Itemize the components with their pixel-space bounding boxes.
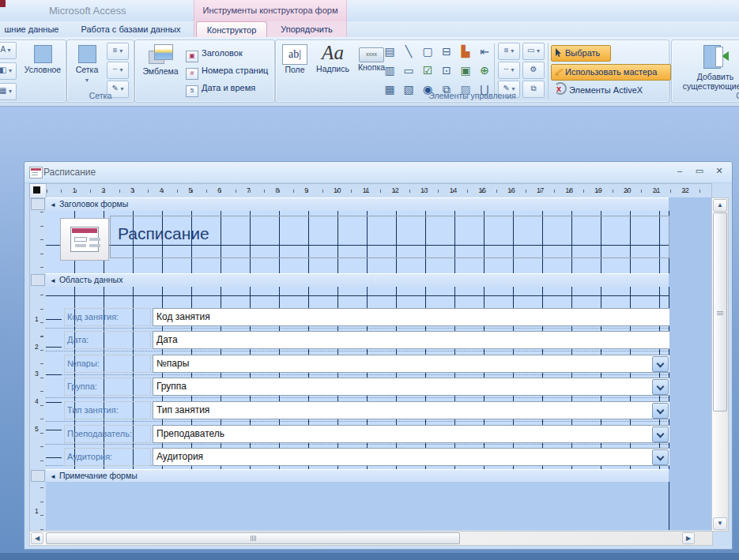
- fill-color-button[interactable]: ◧ ▾: [0, 62, 17, 80]
- text-box-control[interactable]: Код занятия: [153, 308, 672, 326]
- combo-dropdown-button[interactable]: [652, 356, 669, 372]
- field-label[interactable]: Тип занятия:: [64, 401, 151, 419]
- add-existing-fields-button[interactable]: Добавить существующие п: [678, 42, 739, 91]
- minimize-button[interactable]: –: [671, 165, 688, 179]
- ruler-number: 20: [624, 186, 631, 194]
- form-footer-area[interactable]: [46, 482, 669, 530]
- form-header-section-bar[interactable]: ◄Заголовок формы: [46, 197, 669, 212]
- set-defaults-button[interactable]: ⚙: [522, 62, 545, 79]
- logo-button[interactable]: Эмблема: [138, 42, 183, 76]
- text-box-control[interactable]: Дата: [153, 331, 672, 349]
- form-selector-button[interactable]: [29, 183, 47, 198]
- textbox-control-button[interactable]: ab| Поле: [279, 42, 311, 74]
- label-control-button[interactable]: Aa Надпись: [312, 42, 353, 73]
- form-title-label[interactable]: Расписание: [118, 224, 209, 243]
- field-label[interactable]: Группа:: [64, 378, 151, 396]
- ruler-number: 4: [35, 397, 39, 405]
- add-fields-icon: [702, 43, 729, 70]
- use-wizards-button[interactable]: ✳Использовать мастера: [551, 64, 671, 81]
- combo-box-control[interactable]: Аудитория: [153, 448, 672, 466]
- combo-dropdown-button[interactable]: [652, 449, 669, 465]
- combo-box-control[interactable]: Тип занятия: [153, 401, 672, 419]
- special-effect-button[interactable]: ▭ ▾: [522, 43, 545, 60]
- document-window-titlebar[interactable]: Расписание – ▭ ✕: [25, 162, 732, 183]
- combo-dropdown-button[interactable]: [652, 427, 669, 442]
- list-box-icon[interactable]: ▥: [382, 62, 398, 78]
- combo-box-control[interactable]: №пары: [153, 355, 672, 373]
- detail-section-bar[interactable]: ◄Область данных: [46, 273, 669, 288]
- field-label[interactable]: Преподаватель:: [64, 425, 151, 443]
- line-thickness-button[interactable]: ≡ ▾: [498, 43, 520, 60]
- bound-object-frame-icon[interactable]: ▣: [458, 62, 473, 78]
- horizontal-ruler[interactable]: 12345678910111213141516171819202122: [46, 183, 712, 198]
- conditional-button[interactable]: Условное: [23, 42, 62, 74]
- form-header-grid[interactable]: Расписание: [46, 211, 669, 273]
- combo-box-control[interactable]: Преподаватель: [153, 425, 672, 443]
- tab-arrange[interactable]: Упорядочить: [270, 21, 343, 37]
- footer-section-selector[interactable]: [31, 470, 45, 482]
- tab-external-data[interactable]: шние данные: [0, 21, 63, 37]
- grid-button[interactable]: Сетка▾: [70, 42, 104, 84]
- ruler-number: 14: [450, 186, 457, 194]
- gridline-style-button[interactable]: ┄ ▾: [107, 62, 129, 79]
- vertical-scrollbar[interactable]: ▲ ▼: [711, 197, 729, 532]
- ruler-number: 17: [537, 186, 544, 194]
- combo-box-icon[interactable]: ▤: [382, 43, 398, 59]
- detail-grid[interactable]: Код занятия:Код занятияДата:Дата№пары:№п…: [46, 287, 669, 469]
- line-icon[interactable]: ╲: [401, 43, 417, 59]
- form-title-label-frame[interactable]: Расписание: [110, 216, 669, 258]
- chevron-down-icon: [657, 383, 665, 391]
- field-label[interactable]: Дата:: [64, 331, 151, 349]
- close-button[interactable]: ✕: [711, 165, 728, 179]
- title-icon: ▣: [186, 51, 198, 62]
- field-label[interactable]: №пары:: [64, 355, 151, 373]
- ruler-number: 5: [35, 425, 39, 433]
- horizontal-scrollbar-thumb[interactable]: [46, 532, 460, 544]
- form-logo-control[interactable]: [60, 218, 109, 261]
- gridline-thickness-button[interactable]: ≡ ▾: [107, 43, 129, 60]
- combo-box-control[interactable]: Группа: [153, 378, 672, 396]
- form-title-menuitem[interactable]: ▣Заголовок: [186, 48, 243, 62]
- combo-dropdown-button[interactable]: [652, 403, 669, 419]
- ruler-number: 12: [391, 186, 398, 194]
- tab-control-icon[interactable]: ⊡: [439, 62, 454, 78]
- insert-page-break-icon[interactable]: ⇤: [477, 43, 492, 59]
- grid-group: Сетка▾ ≡ ▾ ┄ ▾ ✎ ▾ Сетка: [66, 39, 134, 103]
- vertical-scrollbar-thumb[interactable]: [713, 212, 727, 412]
- font-group: A ▾ ◧ ▾ ▦ ▾ Условное: [0, 39, 66, 103]
- scroll-left-button[interactable]: ◀: [31, 532, 43, 544]
- combo-dropdown-button[interactable]: [652, 379, 669, 395]
- scroll-right-button[interactable]: ▶: [682, 532, 695, 544]
- line-style-button[interactable]: ┄ ▾: [498, 62, 520, 79]
- horizontal-scrollbar[interactable]: ◀ ▶: [29, 531, 713, 546]
- maximize-button[interactable]: ▭: [691, 165, 708, 179]
- check-box-icon[interactable]: ☑: [420, 62, 435, 78]
- tab-database-tools[interactable]: Работа с базами данных: [70, 21, 192, 37]
- header-section-selector[interactable]: [31, 198, 45, 210]
- detail-section-selector[interactable]: [31, 274, 45, 286]
- rectangle-icon[interactable]: ▭: [401, 62, 417, 78]
- field-label[interactable]: Аудитория:: [64, 448, 151, 466]
- page-break-icon[interactable]: ⊟: [439, 43, 454, 59]
- grid-icon: [78, 45, 96, 63]
- controls-group: ab| Поле Aa Надпись xxxx Кнопка ▤╲▢⊟▙⇤▥▭…: [275, 39, 669, 103]
- date-time-menuitem[interactable]: 5Дата и время: [186, 83, 255, 97]
- field-label[interactable]: Код занятия:: [64, 308, 151, 326]
- scroll-up-button[interactable]: ▲: [713, 199, 727, 212]
- form-design-window: Расписание – ▭ ✕ 12345678910111213141516…: [24, 161, 733, 550]
- hyperlink-icon[interactable]: ⊕: [477, 62, 492, 78]
- ruler-number: 19: [594, 186, 601, 194]
- option-group-icon[interactable]: ▢: [420, 43, 435, 59]
- select-button[interactable]: Выбрать: [551, 45, 611, 62]
- cursor-arrow-icon: [555, 48, 563, 58]
- chart-icon[interactable]: ▙: [458, 43, 473, 59]
- tab-design-active[interactable]: Конструктор: [196, 21, 267, 37]
- page-numbers-menuitem[interactable]: #Номера страниц: [186, 66, 268, 80]
- ribbon-tab-row: шние данные Работа с базами данных Конст…: [0, 21, 739, 37]
- font-color-button[interactable]: A ▾: [0, 42, 17, 59]
- alt-fill-button[interactable]: ▦ ▾: [0, 83, 17, 100]
- vertical-ruler[interactable]: 123451: [29, 197, 47, 532]
- date-time-icon: 5: [186, 85, 198, 97]
- scroll-down-button[interactable]: ▼: [713, 517, 727, 530]
- design-canvas[interactable]: ◄Заголовок формы Расписание ◄Область дан…: [46, 197, 711, 530]
